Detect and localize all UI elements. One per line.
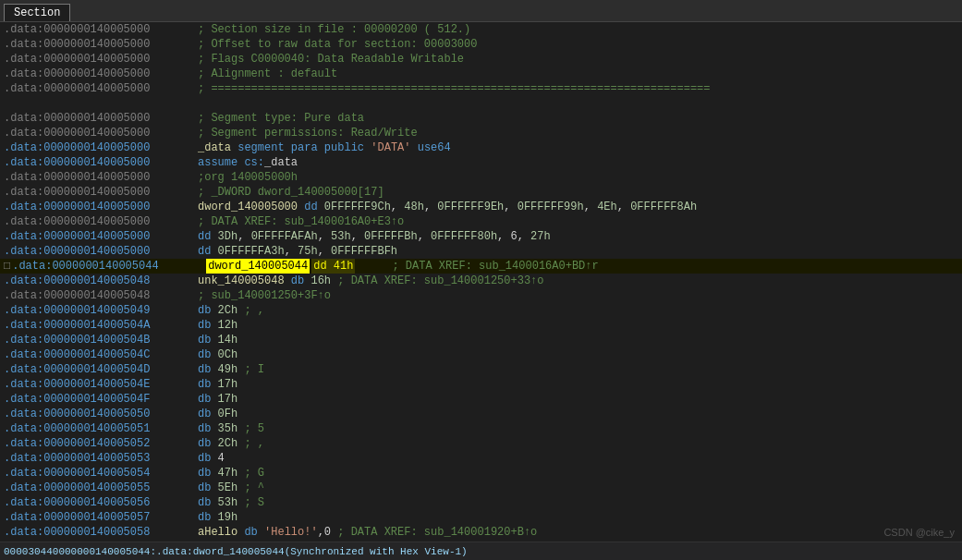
line-address: .data:0000000140005000 (4, 111, 198, 126)
code-line[interactable]: .data:0000000140005000 ;org 140005000h (0, 170, 962, 185)
code-area[interactable]: .data:0000000140005000; Section size in … (0, 22, 962, 542)
code-line[interactable]: .data:0000000140005051 db 35h ; 5 (0, 421, 962, 436)
status-address: 0000000140005044 (53, 546, 151, 557)
tab-bar: Section (0, 0, 962, 22)
code-line[interactable]: .data:0000000140005000; Alignment : defa… (0, 67, 962, 81)
line-content: ;org 140005000h (198, 170, 298, 185)
line-content: unk_140005048 db 16h ; DATA XREF: sub_14… (198, 274, 544, 288)
code-line[interactable]: .data:0000000140005000 dd 0FFFFFFA3h, 75… (0, 244, 962, 259)
line-content: db 4 (198, 451, 225, 466)
code-line[interactable]: .data:0000000140005053 db 4 (0, 451, 962, 466)
bullet-icon: □ (4, 259, 10, 274)
code-line[interactable]: .data:0000000140005000; Section size in … (0, 22, 962, 37)
code-line[interactable] (0, 96, 962, 111)
tab-section[interactable]: Section (4, 4, 70, 21)
code-line[interactable]: .data:0000000140005000dword_140005000 dd… (0, 200, 962, 214)
code-line[interactable]: .data:0000000140005058aHello db 'Hello!'… (0, 525, 962, 540)
line-address: .data:0000000140005000 (4, 155, 198, 170)
code-line[interactable]: .data:0000000140005048unk_140005048 db 1… (0, 274, 962, 288)
line-content: dword_140005000 dd 0FFFFFF9Ch, 48h, 0FFF… (198, 200, 697, 214)
code-line[interactable]: .data:0000000140005000 dd 3Dh, 0FFFFFAFA… (0, 229, 962, 244)
line-address: .data:0000000140005051 (4, 421, 198, 436)
line-content: _data segment para public 'DATA' use64 (198, 140, 451, 155)
code-line[interactable]: .data:0000000140005049 db 2Ch ; , (0, 303, 962, 318)
code-line[interactable]: .data:0000000140005000; Segment type: Pu… (0, 111, 962, 126)
code-line[interactable]: .data:000000014000504B db 14h (0, 333, 962, 347)
line-address: .data:0000000140005000 (4, 244, 198, 259)
code-line[interactable]: .data:0000000140005000; Flags C0000040: … (0, 52, 962, 67)
xref-comment: ; DATA XREF: sub_1400016A0+BD↑r (392, 259, 598, 274)
code-line[interactable]: .data:0000000140005052 db 2Ch ; , (0, 436, 962, 451)
line-address: .data:0000000140005000 (4, 140, 198, 155)
code-line[interactable]: .data:000000014000504A db 12h (0, 318, 962, 333)
code-line[interactable]: .data:0000000140005000 ; DATA XREF: sub_… (0, 214, 962, 229)
line-content: db 35h ; 5 (198, 421, 264, 436)
line-content: ; Segment type: Pure data (198, 111, 364, 126)
code-line[interactable]: .data:0000000140005054 db 47h ; G (0, 466, 962, 481)
line-content: db 49h ; I (198, 362, 264, 377)
line-content: db 0Fh (198, 407, 237, 421)
code-line[interactable]: .data:0000000140005000_data segment para… (0, 140, 962, 155)
highlighted-label: dword_140005044 (206, 259, 310, 274)
line-address: .data:0000000140005000 (4, 214, 198, 229)
watermark: CSDN @cike_y (883, 527, 955, 538)
line-content: db 0Ch (198, 347, 237, 362)
code-line[interactable]: □.data:0000000140005044dword_140005044dd… (0, 259, 962, 274)
code-line[interactable]: .data:000000014000504F db 17h (0, 392, 962, 407)
code-line[interactable]: .data:0000000140005055 db 5Eh ; ^ (0, 481, 962, 495)
code-line[interactable]: .data:0000000140005056 db 53h ; S (0, 495, 962, 510)
line-address: .data:0000000140005044 (12, 259, 206, 274)
line-content: ; Alignment : default (198, 67, 337, 81)
line-content: db 17h (198, 377, 237, 392)
code-line[interactable]: .data:0000000140005000; Offset to raw da… (0, 37, 962, 52)
code-line[interactable]: .data:0000000140005048 ; sub_140001250+3… (0, 288, 962, 303)
line-content: ; Segment permissions: Read/Write (198, 126, 418, 140)
line-content: dd 0FFFFFFA3h, 75h, 0FFFFFFBFh (198, 244, 397, 259)
code-line[interactable]: .data:000000014000504D db 49h ; I (0, 362, 962, 377)
code-line[interactable]: .data:0000000140005000; ================… (0, 81, 962, 96)
line-address: .data:0000000140005000 (4, 126, 198, 140)
status-segment: .data:dword_140005044 (156, 546, 285, 557)
line-content: ; Flags C0000040: Data Readable Writable (198, 52, 464, 67)
line-address: .data:0000000140005048 (4, 288, 198, 303)
line-address: .data:0000000140005050 (4, 407, 198, 421)
line-content: ; Section size in file : 00000200 ( 512.… (198, 22, 470, 37)
code-line[interactable]: .data:0000000140005000; _DWORD dword_140… (0, 185, 962, 200)
line-content: db 17h (198, 392, 237, 407)
line-address: .data:0000000140005000 (4, 185, 198, 200)
line-content: db 19h (198, 510, 237, 525)
line-address: .data:0000000140005056 (4, 495, 198, 510)
line-address: .data:0000000140005000 (4, 170, 198, 185)
line-address: .data:0000000140005000 (4, 52, 198, 67)
line-content: assume cs:_data (198, 155, 298, 170)
code-line[interactable]: .data:000000014000504C db 0Ch (0, 347, 962, 362)
line-content: db 53h ; S (198, 495, 264, 510)
line-address: .data:000000014000504E (4, 377, 198, 392)
line-address: .data:000000014000504F (4, 392, 198, 407)
line-address: .data:0000000140005054 (4, 466, 198, 481)
line-address: .data:0000000140005000 (4, 229, 198, 244)
status-text: : (150, 546, 156, 557)
status-note: (Synchronized with Hex View-1) (285, 546, 468, 557)
dd-instruction: dd 41h (311, 259, 355, 274)
line-address: .data:000000014000504B (4, 333, 198, 347)
line-content: ; ======================================… (198, 81, 711, 96)
line-address: .data:0000000140005053 (4, 451, 198, 466)
line-address: .data:0000000140005055 (4, 481, 198, 495)
code-line[interactable]: .data:0000000140005050 db 0Fh (0, 407, 962, 421)
line-content: db 12h (198, 318, 237, 333)
code-line[interactable]: .data:0000000140005000; Segment permissi… (0, 126, 962, 140)
line-address: .data:0000000140005000 (4, 81, 198, 96)
line-address: .data:0000000140005000 (4, 37, 198, 52)
line-address: .data:000000014000504D (4, 362, 198, 377)
status-bar: 00003044 0000000140005044 : .data:dword_… (0, 542, 962, 560)
line-content: ; sub_140001250+3F↑o (198, 288, 331, 303)
line-content: aHello db 'Hello!',0 ; DATA XREF: sub_14… (198, 525, 537, 540)
line-content: db 47h ; G (198, 466, 264, 481)
line-content: ; _DWORD dword_140005000[17] (198, 185, 384, 200)
code-line[interactable]: .data:0000000140005000 assume cs:_data (0, 155, 962, 170)
code-line[interactable]: .data:0000000140005057 db 19h (0, 510, 962, 525)
line-address: .data:0000000140005000 (4, 67, 198, 81)
code-line[interactable]: .data:000000014000504E db 17h (0, 377, 962, 392)
line-content: ; DATA XREF: sub_1400016A0+E3↑o (198, 214, 404, 229)
